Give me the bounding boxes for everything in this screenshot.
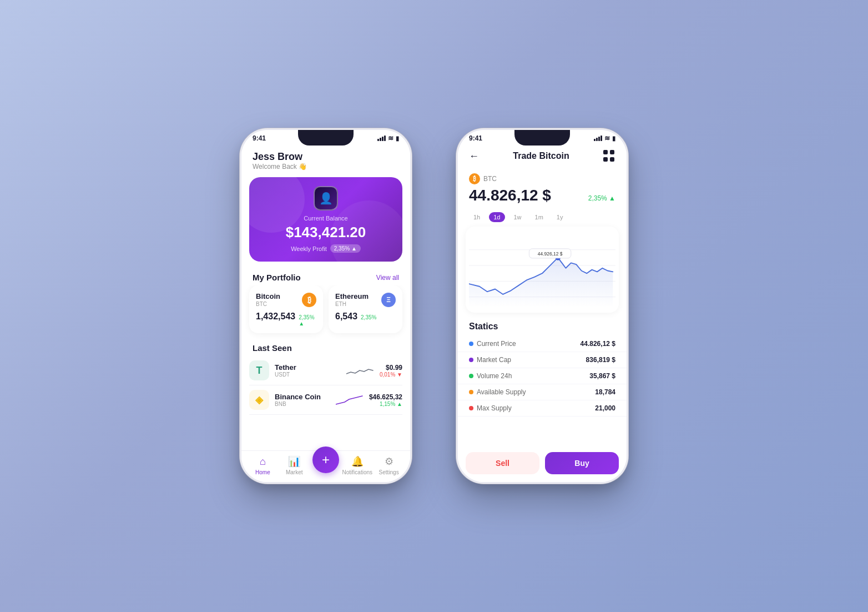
trade-header: ← Trade Bitcoin xyxy=(458,144,627,168)
bnb-chart xyxy=(336,393,364,407)
nav-home[interactable]: ⌂ Home xyxy=(247,456,279,475)
sell-button[interactable]: Sell xyxy=(466,452,539,474)
fab-button[interactable]: + xyxy=(312,447,339,473)
list-item[interactable]: T Tether USDT $0.99 0,01% ▼ xyxy=(249,356,402,385)
stat-row: Current Price 44.826,12 $ xyxy=(458,336,627,352)
settings-icon: ⚙ xyxy=(385,455,393,468)
stat-row: Available Supply 18,784 xyxy=(458,384,627,400)
btc-label-row: ₿ BTC xyxy=(469,173,615,184)
notifications-icon: 🔔 xyxy=(351,455,364,468)
balance-label: Current Balance xyxy=(304,215,348,222)
notch-2 xyxy=(514,130,570,146)
eth-value: 6,543 xyxy=(335,312,357,322)
price-chart: 44.926,12 $ xyxy=(469,232,615,309)
stat-available-label: Available Supply xyxy=(469,388,526,396)
notch-1 xyxy=(298,130,354,146)
eth-portfolio-card[interactable]: Ethereum ETH Ξ 6,543 2,35% xyxy=(329,285,402,333)
bnb-info: Binance Coin BNB xyxy=(275,393,330,407)
btc-name: Bitcoin xyxy=(256,292,280,300)
time-1: 9:41 xyxy=(253,134,266,142)
phones-container: 9:41 ≋ ▮ Jess Brow Welcome xyxy=(240,128,628,484)
btc-portfolio-card[interactable]: Bitcoin BTC ₿ 1,432,543 2,35% ▲ xyxy=(249,285,323,333)
dot-orange xyxy=(469,390,473,394)
bnb-logo: ◈ xyxy=(249,390,269,410)
home-screen: Jess Brow Welcome Back 👋 Current Balance… xyxy=(241,144,410,482)
signal-icon-2 xyxy=(594,136,602,141)
welcome-text: Welcome Back 👋 xyxy=(253,163,399,170)
btc-symbol: BTC xyxy=(256,301,280,307)
nav-market-label: Market xyxy=(286,469,303,475)
btc-value: 1,432,543 xyxy=(256,312,295,322)
list-item[interactable]: ◈ Binance Coin BNB $46.625,32 1,15% ▲ xyxy=(249,385,402,415)
market-icon: 📊 xyxy=(288,455,300,468)
bnb-price-info: $46.625,32 1,15% ▲ xyxy=(369,393,402,407)
chart-area: 44.926,12 $ xyxy=(466,227,619,313)
phone-2: 9:41 ≋ ▮ ← Trade Bitcoin xyxy=(456,128,628,484)
stat-volume-label: Volume 24h xyxy=(469,372,512,380)
signal-icon xyxy=(377,136,386,141)
tab-1d[interactable]: 1d xyxy=(489,212,504,222)
tab-1w[interactable]: 1w xyxy=(509,212,526,222)
trade-actions: Sell Buy xyxy=(458,447,627,482)
eth-symbol: ETH xyxy=(335,301,369,307)
stat-available-value: 18,784 xyxy=(595,388,615,396)
stat-market-cap-label: Market Cap xyxy=(469,356,511,364)
btc-icon: ₿ xyxy=(302,293,316,307)
btc-price: 44.826,12 $ xyxy=(469,187,551,204)
tether-symbol: USDT xyxy=(275,372,341,378)
tab-1y[interactable]: 1y xyxy=(552,212,568,222)
btc-price-row: 44.826,12 $ 2,35% ▲ xyxy=(469,187,615,204)
status-icons-1: ≋ ▮ xyxy=(377,134,399,142)
tab-1m[interactable]: 1m xyxy=(531,212,548,222)
wifi-icon: ≋ xyxy=(388,134,393,142)
battery-icon: ▮ xyxy=(396,135,399,142)
bnb-name: Binance Coin xyxy=(275,393,330,401)
portfolio-header: My Portfolio View all xyxy=(241,268,410,285)
bottom-nav: ⌂ Home 📊 Market + 🔔 Notification xyxy=(241,450,410,482)
tether-price: $0.99 xyxy=(380,364,402,372)
time-tabs: 1h 1d 1w 1m 1y xyxy=(458,209,627,227)
statics-list: Current Price 44.826,12 $ Market Cap 836… xyxy=(458,336,627,417)
fab-plus-icon: + xyxy=(322,452,330,468)
tether-info: Tether USDT xyxy=(275,363,341,378)
price-change: 2,35% ▲ xyxy=(588,194,615,202)
weekly-profit-label: Weekly Profit xyxy=(291,245,327,252)
svg-text:44.926,12 $: 44.926,12 $ xyxy=(538,251,563,257)
eth-change: 2,35% xyxy=(361,314,376,320)
btc-circle: ₿ xyxy=(469,173,480,184)
last-seen-list: T Tether USDT $0.99 0,01% ▼ xyxy=(241,356,410,450)
back-button[interactable]: ← xyxy=(469,151,479,162)
tether-name: Tether xyxy=(275,363,341,372)
bnb-price: $46.625,32 xyxy=(369,393,402,401)
nav-notifications-label: Notifications xyxy=(342,469,372,475)
nav-settings[interactable]: ⚙ Settings xyxy=(373,455,405,475)
status-icons-2: ≋ ▮ xyxy=(594,134,615,142)
stat-current-price-value: 44.826,12 $ xyxy=(581,340,615,348)
nav-notifications[interactable]: 🔔 Notifications xyxy=(341,455,373,475)
profit-badge: 2,35% ▲ xyxy=(330,244,361,253)
nav-market[interactable]: 📊 Market xyxy=(279,455,310,475)
user-name: Jess Brow xyxy=(253,151,399,163)
nav-fab[interactable]: + xyxy=(310,458,342,473)
tab-1h[interactable]: 1h xyxy=(469,212,485,222)
trade-screen: ← Trade Bitcoin ₿ BTC xyxy=(458,144,627,482)
phone-1: 9:41 ≋ ▮ Jess Brow Welcome xyxy=(240,128,412,484)
tether-chart xyxy=(346,364,374,378)
tether-logo: T xyxy=(249,360,269,380)
bnb-symbol: BNB xyxy=(275,401,330,407)
balance-amount: $143,421.20 xyxy=(286,224,366,241)
buy-button[interactable]: Buy xyxy=(545,452,619,474)
portfolio-title: My Portfolio xyxy=(253,273,301,282)
trade-title: Trade Bitcoin xyxy=(513,151,569,161)
weekly-profit: Weekly Profit 2,35% ▲ xyxy=(291,244,361,253)
grid-icon[interactable] xyxy=(603,150,615,162)
eth-icon: Ξ xyxy=(381,293,396,307)
stat-row: Market Cap 836,819 $ xyxy=(458,352,627,368)
stat-row: Max Supply 21,000 xyxy=(458,400,627,417)
home-header: Jess Brow Welcome Back 👋 xyxy=(241,144,410,175)
dot-blue xyxy=(469,342,473,346)
dot-red xyxy=(469,406,473,410)
eth-name: Ethereum xyxy=(335,292,369,300)
dot-purple xyxy=(469,358,473,362)
view-all-link[interactable]: View all xyxy=(376,274,399,282)
